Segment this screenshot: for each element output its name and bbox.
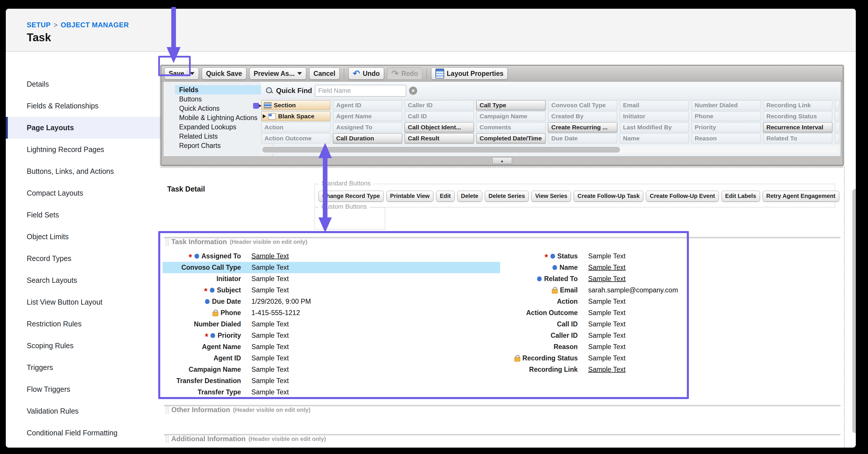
redo-button[interactable]: ↷ Redo — [387, 67, 423, 80]
sidebar-item-flow-triggers[interactable]: Flow Triggers — [6, 378, 160, 400]
drag-handle-icon[interactable] — [166, 435, 168, 443]
palette-field-blank-space[interactable]: Blank Space — [261, 111, 330, 121]
sidebar-item-conditional-field-formatting[interactable]: Conditional Field Formatting — [6, 422, 160, 444]
edit-labels-button[interactable]: Edit Labels — [721, 191, 760, 202]
palette-field-label: Recording Status — [766, 113, 817, 119]
sidebar-item-page-layouts[interactable]: Page Layouts — [6, 117, 160, 139]
palette-field-call-object-ident[interactable]: Call Object Ident... — [405, 122, 474, 132]
sidebar-item-lightning-record-pages[interactable]: Lightning Record Pages — [6, 139, 160, 161]
section-suffix: (Header visible on edit only) — [233, 407, 311, 413]
page-vertical-scrollbar[interactable] — [852, 189, 856, 433]
palette-field-blank[interactable] — [835, 100, 840, 110]
palette-category-buttons[interactable]: Buttons — [175, 94, 272, 104]
palette-field-call-duration[interactable]: Call Duration — [333, 134, 402, 143]
palette-field-related-to[interactable]: Related To — [763, 134, 832, 143]
other-information-header[interactable]: Other Information (Header visible on edi… — [166, 406, 310, 414]
undo-icon: ↶ — [353, 69, 360, 78]
palette-field-assigned-to[interactable]: Assigned To — [333, 122, 402, 132]
cancel-button[interactable]: Cancel — [309, 67, 340, 80]
sidebar-item-restriction-rules[interactable]: Restriction Rules — [6, 313, 160, 335]
undo-button[interactable]: ↶ Undo — [348, 67, 384, 80]
create-follow-up-task-button[interactable]: Create Follow-Up Task — [574, 191, 643, 202]
delete-button[interactable]: Delete — [457, 191, 482, 202]
palette-field-call-id[interactable]: Call ID — [405, 111, 474, 121]
palette-field-label: Call Duration — [336, 135, 374, 142]
collapse-palette-button[interactable]: ▲ — [492, 157, 512, 164]
palette-field-action[interactable]: Action — [261, 122, 330, 132]
scrollbar-thumb[interactable] — [262, 147, 620, 152]
sidebar-item-list-view-button-layout[interactable]: List View Button Layout — [6, 291, 160, 313]
palette-category-report-charts[interactable]: Report Charts — [175, 141, 272, 150]
quick-save-button[interactable]: Quick Save — [202, 67, 246, 80]
palette-category-list: FieldsButtonsQuick ActionsMobile & Light… — [163, 82, 273, 157]
palette-horizontal-scrollbar[interactable] — [261, 146, 838, 153]
palette-field-priority[interactable]: Priority — [691, 122, 761, 132]
palette-field-phone[interactable]: Phone — [691, 111, 761, 121]
palette-field-reason[interactable]: Reason — [691, 134, 761, 143]
palette-field-initiator[interactable]: Initiator — [620, 111, 689, 121]
palette-field-blank[interactable] — [835, 134, 840, 143]
palette-field-label: Phone — [695, 113, 713, 119]
palette-field-recording-link[interactable]: Recording Link — [763, 100, 832, 110]
palette-category-fields[interactable]: Fields — [175, 85, 272, 94]
palette-category-related-lists[interactable]: Related Lists — [175, 132, 272, 141]
palette-field-caller-id[interactable]: Caller ID — [405, 100, 474, 110]
palette-field-blank[interactable] — [835, 122, 840, 132]
palette-field-blank[interactable] — [835, 111, 840, 121]
palette-field-create-recurring[interactable]: Create Recurring ... — [548, 122, 617, 132]
sidebar-item-buttons-links-and-actions[interactable]: Buttons, Links, and Actions — [6, 161, 160, 182]
create-follow-up-event-button[interactable]: Create Follow-Up Event — [646, 191, 718, 202]
change-record-type-button[interactable]: Change Record Type — [318, 191, 384, 202]
sidebar-item-fields-relationships[interactable]: Fields & Relationships — [6, 95, 160, 117]
drag-handle-icon[interactable] — [166, 406, 168, 414]
additional-information-header[interactable]: Additional Information (Header visible o… — [166, 435, 326, 443]
palette-field-action-outcome[interactable]: Action Outcome — [261, 134, 330, 143]
palette-field-section[interactable]: Section — [261, 100, 330, 110]
sidebar-item-object-limits[interactable]: Object Limits — [6, 226, 160, 248]
section-suffix: (Header visible on edit only) — [248, 436, 326, 443]
palette-field-email[interactable]: Email — [620, 100, 689, 110]
toolbar-divider — [427, 68, 427, 79]
palette-category-expanded-lookups[interactable]: Expanded Lookups — [175, 122, 272, 132]
view-series-button[interactable]: View Series — [531, 191, 571, 202]
breadcrumb-object-manager-link[interactable]: OBJECT MANAGER — [61, 21, 129, 29]
layout-properties-button[interactable]: Layout Properties — [431, 67, 508, 80]
sidebar-item-scoping-rules[interactable]: Scoping Rules — [6, 335, 160, 357]
breadcrumb-setup-link[interactable]: SETUP — [27, 21, 51, 29]
printable-view-button[interactable]: Printable View — [386, 191, 433, 202]
palette-field-name[interactable]: Name — [620, 134, 689, 143]
sidebar-item-record-types[interactable]: Record Types — [6, 248, 160, 269]
sidebar-item-details[interactable]: Details — [6, 73, 160, 95]
delete-series-button[interactable]: Delete Series — [485, 191, 529, 202]
palette-field-convoso-call-type[interactable]: Convoso Call Type — [548, 100, 617, 110]
sidebar-item-triggers[interactable]: Triggers — [6, 357, 160, 378]
annotation-arrow-up-head — [318, 143, 332, 158]
palette-field-due-date[interactable]: Due Date — [548, 134, 617, 143]
preview-as-button[interactable]: Preview As... — [249, 67, 306, 80]
clear-search-icon[interactable]: × — [409, 87, 417, 95]
palette-field-agent-id[interactable]: Agent ID — [333, 100, 402, 110]
sidebar-item-field-sets[interactable]: Field Sets — [6, 204, 160, 226]
palette-field-call-type[interactable]: Call Type — [476, 100, 546, 110]
palette-field-number-dialed[interactable]: Number Dialed — [691, 100, 761, 110]
sidebar-item-compact-layouts[interactable]: Compact Layouts — [6, 182, 160, 204]
palette-field-created-by[interactable]: Created By — [548, 111, 617, 121]
palette-field-recording-status[interactable]: Recording Status — [763, 111, 832, 121]
retry-agent-engagement-button[interactable]: Retry Agent Engagement — [763, 191, 839, 202]
undo-label: Undo — [363, 70, 380, 78]
palette-field-recurrence-interval[interactable]: Recurrence Interval — [763, 122, 832, 132]
quick-find-input[interactable] — [315, 85, 406, 96]
sidebar-item-search-layouts[interactable]: Search Layouts — [6, 269, 160, 291]
sidebar-item-validation-rules[interactable]: Validation Rules — [6, 400, 160, 422]
palette-field-agent-name[interactable]: Agent Name — [333, 111, 402, 121]
palette-field-campaign-name[interactable]: Campaign Name — [476, 111, 546, 121]
field-palette: FieldsButtonsQuick ActionsMobile & Light… — [163, 81, 841, 157]
palette-field-completed-date-time[interactable]: Completed Date/Time — [476, 134, 546, 143]
palette-field-label: Priority — [695, 124, 716, 131]
palette-category-mobile-lightning-actions[interactable]: Mobile & Lightning Actions — [175, 113, 272, 122]
palette-field-call-result[interactable]: Call Result — [405, 134, 474, 143]
palette-field-last-modified-by[interactable]: Last Modified By — [620, 122, 689, 132]
palette-field-label: Related To — [766, 135, 797, 142]
edit-button[interactable]: Edit — [436, 191, 455, 202]
palette-field-comments[interactable]: Comments — [476, 122, 546, 132]
